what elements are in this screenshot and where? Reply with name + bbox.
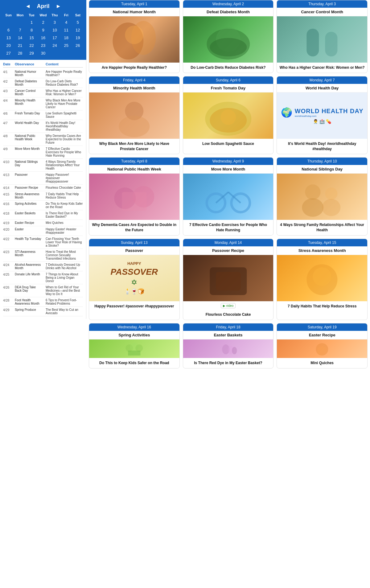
list-item[interactable]: 4/22 Health Tip Tuesday Can Flossing You…: [3, 236, 83, 249]
world-health-title: WORLD HEALTH DAY: [295, 108, 364, 115]
calendar-day[interactable]: 15: [26, 34, 37, 41]
list-observance: Move More Month: [15, 147, 43, 150]
content-card[interactable]: Wednesday, April 2 Defeat Diabetes Month…: [183, 0, 274, 73]
list-observance: Alcohol Awareness Month: [15, 263, 43, 270]
calendar-day[interactable]: 10: [49, 27, 60, 34]
content-card[interactable]: Tuesday, April 15 Stress Awareness Month…: [277, 239, 368, 320]
content-card[interactable]: Tuesday, April 8 National Public Health …: [89, 157, 180, 236]
calendar-empty-cell: [3, 19, 14, 26]
list-item[interactable]: 4/26 DEA Drug Take Back Day When to Get …: [3, 284, 83, 297]
card-date-header: Tuesday, April 8: [89, 158, 179, 165]
content-card[interactable]: Sunday, April 6 Fresh Tomato Day Low Sod…: [183, 76, 274, 154]
passover-happy: HAPPY: [127, 261, 141, 266]
calendar-day[interactable]: 26: [72, 42, 83, 49]
calendar-day[interactable]: 28: [14, 50, 25, 57]
list-item[interactable]: 4/13 Passover Happy Passover! #passover …: [3, 172, 83, 185]
calendar-day[interactable]: 25: [61, 42, 72, 49]
calendar-day[interactable]: 20: [3, 42, 14, 49]
list-item[interactable]: 4/23 STI Awareness Month How to Treat th…: [3, 249, 83, 262]
card-image: [89, 174, 179, 220]
list-observance: Easter Recipe: [15, 221, 43, 224]
prev-month-button[interactable]: ◄: [25, 3, 31, 10]
content-card[interactable]: Thursday, April 3 Cancer Control Month W…: [277, 0, 368, 73]
calendar-day[interactable]: 11: [61, 27, 72, 34]
calendar-day[interactable]: 8: [26, 27, 37, 34]
list-item[interactable]: 4/1 National Humor Month Are Happier Peo…: [3, 69, 83, 78]
list-item[interactable]: 4/25 Donate Life Month 7 Things to Know …: [3, 271, 83, 284]
calendar-day[interactable]: 29: [26, 50, 37, 57]
content-card[interactable]: Saturday, April 19 Easter Recipe Mini Qu…: [277, 323, 368, 368]
calendar-day[interactable]: 16: [38, 34, 48, 41]
list-item[interactable]: 4/4 Minority Health Month Why Black Men …: [3, 97, 83, 110]
list-date: 4/9: [3, 147, 12, 151]
list-item[interactable]: 4/10 National Siblings Day 4 Ways Strong…: [3, 159, 83, 172]
calendar-day[interactable]: 13: [3, 34, 14, 41]
card-caption: 7 Daily Habits That Help Reduce Stress: [277, 301, 367, 311]
calendar-day-label: Wed: [38, 12, 48, 18]
calendar-day-label: Fri: [61, 12, 72, 18]
list-item[interactable]: 4/2 Defeat Diabetes Month Do Low-Carb Di…: [3, 78, 83, 88]
list-item[interactable]: 4/29 Spring Produce The Best Way to Cut …: [3, 307, 83, 316]
card-caption: Who Has a Higher Cancer Risk: Women or M…: [277, 63, 367, 73]
calendar-day[interactable]: 27: [3, 50, 14, 57]
list-item[interactable]: 4/3 Cancer Control Month Who Has a Highe…: [3, 88, 83, 97]
list-item[interactable]: 4/20 Easter Happy Easter! #easter #happy…: [3, 226, 83, 236]
calendar-day-label: Sat: [72, 12, 83, 18]
content-card[interactable]: Monday, April 14 Passover Recipe ▶ video…: [183, 239, 274, 320]
card-image: [183, 93, 273, 139]
list-item[interactable]: 4/6 Fresh Tomato Day Low Sodium Spaghett…: [3, 110, 83, 120]
card-date-header: Wednesday, April 16: [89, 323, 179, 331]
content-card[interactable]: Thursday, April 10 National Siblings Day…: [277, 157, 368, 236]
calendar-day[interactable]: 2: [38, 19, 48, 26]
calendar-day[interactable]: 17: [49, 34, 60, 41]
svg-point-5: [210, 38, 247, 56]
list-date: 4/25: [3, 273, 12, 276]
calendar-day[interactable]: 4: [61, 19, 72, 26]
list-date: 4/20: [3, 228, 12, 231]
list-item[interactable]: 4/15 Stress Awareness Month 7 Daily Habi…: [3, 191, 83, 201]
content-card[interactable]: Wednesday, April 9 Move More Month 7 Eff…: [183, 157, 274, 236]
calendar-day[interactable]: 7: [14, 27, 25, 34]
list-item[interactable]: 4/14 Passover Recipe Flourless Chocolate…: [3, 185, 83, 191]
card-row: Sunday, April 13 Passover HAPPY PASSOVER…: [89, 239, 368, 320]
card-date-header: Monday, April 7: [277, 76, 367, 84]
calendar-day[interactable]: 14: [14, 34, 25, 41]
calendar-day[interactable]: 23: [38, 42, 48, 49]
calendar-day-label: Tue: [26, 12, 37, 18]
calendar-day[interactable]: 19: [72, 34, 83, 41]
month-title: April: [37, 3, 49, 10]
content-card[interactable]: Friday, April 18 Easter Baskets Is There…: [183, 323, 274, 368]
list-item[interactable]: 4/24 Alcohol Awareness Month 7 Delicious…: [3, 262, 83, 271]
calendar-day[interactable]: 30: [38, 50, 48, 57]
next-month-button[interactable]: ►: [56, 3, 61, 10]
list-item[interactable]: 4/28 Foot Health Awareness Month 6 Tips …: [3, 297, 83, 307]
list-date: 4/29: [3, 308, 12, 312]
card-image: [277, 255, 367, 301]
content-card[interactable]: Friday, April 4 Minority Health Month Wh…: [89, 76, 180, 154]
content-card[interactable]: Monday, April 7 World Health Day 🌍 WORLD…: [277, 76, 368, 154]
calendar-day[interactable]: 6: [3, 27, 14, 34]
calendar-day[interactable]: 5: [72, 19, 83, 26]
list-item[interactable]: 4/8 National Public Health Week Why Deme…: [3, 133, 83, 146]
calendar-day[interactable]: 22: [26, 42, 37, 49]
calendar-day[interactable]: 1: [26, 19, 37, 26]
content-card[interactable]: Wednesday, April 16 Spring Activities Do…: [89, 323, 180, 368]
calendar-day[interactable]: 9: [38, 27, 48, 34]
card-row: Wednesday, April 16 Spring Activities Do…: [89, 323, 368, 368]
world-health-image: 🌍 WORLD HEALTH DAY worldhealthday.com 👨‍…: [277, 93, 367, 139]
list-item[interactable]: 4/16 Spring Activities Do This to Keep K…: [3, 201, 83, 210]
list-item[interactable]: 4/7 World Health Day It's World Health D…: [3, 120, 83, 133]
list-item[interactable]: 4/9 Move More Month 7 Effective Cardio E…: [3, 146, 83, 159]
calendar-day[interactable]: 21: [14, 42, 25, 49]
calendar-day[interactable]: 3: [49, 19, 60, 26]
content-card[interactable]: Tuesday, April 1 National Humor Month Ar…: [89, 0, 180, 73]
right-grid: Tuesday, April 1 National Humor Month Ar…: [86, 0, 370, 372]
content-card[interactable]: Sunday, April 13 Passover HAPPY PASSOVER…: [89, 239, 180, 320]
calendar-day[interactable]: 24: [49, 42, 60, 49]
calendar-grid: SunMonTueWedThuFriSat1234567891011121314…: [3, 12, 83, 57]
list-item[interactable]: 4/18 Easter Baskets Is There Red Dye in …: [3, 210, 83, 220]
calendar-day[interactable]: 12: [72, 27, 83, 34]
card-subheader: Passover Recipe: [183, 246, 273, 255]
calendar-day[interactable]: 18: [61, 34, 72, 41]
list-item[interactable]: 4/19 Easter Recipe Mini Quiches: [3, 220, 83, 226]
